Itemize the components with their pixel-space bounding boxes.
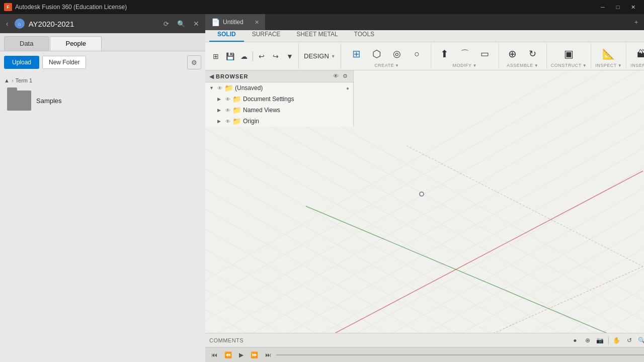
- sweep-button[interactable]: ○: [408, 48, 427, 60]
- timeline-last-button[interactable]: ⏭: [263, 350, 273, 359]
- expand-icon[interactable]: ▼: [209, 85, 215, 90]
- grid-view-button[interactable]: ⊞: [209, 50, 222, 63]
- design-label: DESIGN: [304, 52, 329, 60]
- close-panel-button[interactable]: ✕: [191, 19, 201, 29]
- design-dropdown[interactable]: DESIGN ▼: [299, 43, 341, 69]
- named-views-icon: 📁: [232, 106, 241, 114]
- doc-settings-visibility[interactable]: 👁: [225, 97, 230, 102]
- browser-filter-button[interactable]: ⚙: [341, 72, 349, 80]
- project-name: AY2020-2021: [29, 20, 157, 28]
- tab-data[interactable]: Data: [4, 36, 49, 51]
- motion-button[interactable]: ↻: [523, 48, 542, 60]
- browser-header: ◀ BROWSER 👁 ⚙: [205, 70, 353, 82]
- browser-eye-button[interactable]: 👁: [332, 72, 340, 80]
- assemble-label[interactable]: ASSEMBLE ▼: [507, 63, 538, 68]
- timeline-next-button[interactable]: ⏩: [249, 350, 260, 359]
- document-icon: 📁: [224, 84, 233, 92]
- named-views-expand[interactable]: ▶: [217, 108, 223, 113]
- upload-button[interactable]: Upload: [4, 56, 39, 69]
- visibility-icon[interactable]: 👁: [217, 85, 222, 91]
- modify-label[interactable]: MODIFY ▼: [453, 63, 477, 68]
- revolve-button[interactable]: ◎: [387, 48, 407, 60]
- tab-surface[interactable]: SURFACE: [244, 29, 289, 42]
- extrude-button[interactable]: ⬡: [367, 47, 386, 60]
- revolve-icon: ◎: [393, 49, 401, 58]
- minimize-button[interactable]: ─: [596, 2, 610, 12]
- bottom-bar: COMMENTS ● ⊕ 📷 ✋ ↺ 🔍 □ ⊞ ◉: [205, 333, 644, 347]
- joint-icon: ⊕: [508, 49, 517, 59]
- document-record-button[interactable]: ●: [346, 85, 349, 91]
- construct-label[interactable]: CONSTRUCT ▼: [551, 63, 587, 68]
- new-component-icon: ⊞: [352, 49, 361, 59]
- doc-tab-close[interactable]: ✕: [255, 19, 259, 26]
- tab-tools[interactable]: TOOLS: [346, 29, 382, 42]
- doc-settings-icon: 📁: [232, 95, 241, 103]
- timeline-first-button[interactable]: ⏮: [209, 350, 219, 359]
- breadcrumb-current[interactable]: Term 1: [16, 77, 33, 83]
- named-views-visibility[interactable]: 👁: [225, 108, 230, 113]
- refresh-button[interactable]: ⟳: [162, 19, 171, 29]
- browser-named-views[interactable]: ▶ 👁 📁 Named Views: [205, 105, 353, 116]
- insert-mesh-button[interactable]: 🏔: [632, 47, 644, 60]
- inspect-label[interactable]: INSPECT ▼: [595, 63, 622, 68]
- tab-people[interactable]: People: [50, 36, 101, 51]
- breadcrumb-root[interactable]: ▲: [4, 77, 10, 83]
- svg-point-37: [420, 192, 424, 196]
- create-label[interactable]: CREATE ▼: [374, 63, 399, 68]
- viewport[interactable]: ◀ BROWSER 👁 ⚙ ▼ 👁 📁 (Unsaved) ●: [205, 70, 644, 333]
- cloud-save-button[interactable]: ☁: [237, 50, 251, 63]
- home-icon[interactable]: ⌂: [15, 19, 25, 29]
- origin-visibility[interactable]: 👁: [225, 119, 230, 124]
- tab-sheet-metal[interactable]: SHEET METAL: [288, 29, 346, 42]
- browser-actions: 👁 ⚙: [332, 72, 349, 80]
- search-button[interactable]: 🔍: [175, 19, 187, 29]
- press-pull-button[interactable]: ⬆: [435, 47, 454, 60]
- undo-button[interactable]: ↩: [255, 50, 268, 63]
- fillet-button[interactable]: ⌒: [455, 48, 474, 60]
- settings-button[interactable]: ⚙: [187, 55, 201, 69]
- back-button[interactable]: ‹: [4, 19, 11, 29]
- doc-tab-title: Untitled: [223, 19, 244, 26]
- new-component-button[interactable]: ⊞: [347, 47, 366, 60]
- timeline-play-button[interactable]: ▶: [237, 350, 246, 359]
- browser-document-item[interactable]: ▼ 👁 📁 (Unsaved) ●: [205, 82, 353, 94]
- shell-button[interactable]: ▭: [475, 48, 495, 60]
- close-button[interactable]: ✕: [626, 2, 640, 12]
- orbit-button[interactable]: ↺: [624, 335, 635, 346]
- create-buttons: ⊞ ⬡ ◎ ○: [347, 44, 427, 63]
- document-name: (Unsaved): [235, 84, 344, 92]
- construct-plane-button[interactable]: ▣: [559, 47, 578, 60]
- construct-plane-icon: ▣: [564, 49, 574, 59]
- redo-button[interactable]: ↪: [269, 50, 282, 63]
- assemble-group: ⊕ ↻ ASSEMBLE ▼: [499, 43, 547, 69]
- pan-button[interactable]: ✋: [611, 335, 622, 346]
- new-folder-button[interactable]: New Folder: [42, 56, 86, 69]
- origin-icon: 📁: [232, 117, 241, 125]
- insert-group: 🏔 INSERT ▼: [626, 43, 644, 69]
- more-button[interactable]: ▼: [283, 50, 296, 63]
- camera-move-button[interactable]: ⊕: [582, 335, 593, 346]
- browser-collapse-button[interactable]: ◀: [209, 73, 214, 80]
- origin-name: Origin: [243, 118, 349, 125]
- browser-origin[interactable]: ▶ 👁 📁 Origin: [205, 116, 353, 127]
- timeline-prev-button[interactable]: ⏪: [222, 350, 234, 359]
- origin-expand[interactable]: ▶: [217, 119, 223, 124]
- document-tab[interactable]: 📄 Untitled ✕: [205, 14, 266, 30]
- browser-doc-settings[interactable]: ▶ 👁 📁 Document Settings: [205, 94, 353, 105]
- folder-samples[interactable]: Samples: [4, 87, 201, 114]
- zoom-button[interactable]: 🔍: [636, 335, 644, 346]
- timeline-slider[interactable]: [276, 354, 644, 355]
- measure-button[interactable]: 📐: [599, 47, 618, 60]
- record-button[interactable]: ●: [570, 335, 581, 346]
- construct-buttons: ▣: [559, 44, 578, 63]
- tab-solid[interactable]: SOLID: [209, 29, 244, 42]
- doc-settings-expand[interactable]: ▶: [217, 97, 223, 102]
- capture-button[interactable]: 📷: [595, 335, 606, 346]
- add-tab-button[interactable]: ＋: [630, 17, 642, 28]
- folder-icon: [7, 90, 31, 111]
- insert-label[interactable]: INSERT ▼: [630, 63, 644, 68]
- maximize-button[interactable]: □: [611, 2, 625, 12]
- joint-button[interactable]: ⊕: [503, 47, 522, 60]
- save-button[interactable]: 💾: [223, 50, 236, 63]
- titlebar-left: F Autodesk Fusion 360 (Education License…: [4, 3, 127, 11]
